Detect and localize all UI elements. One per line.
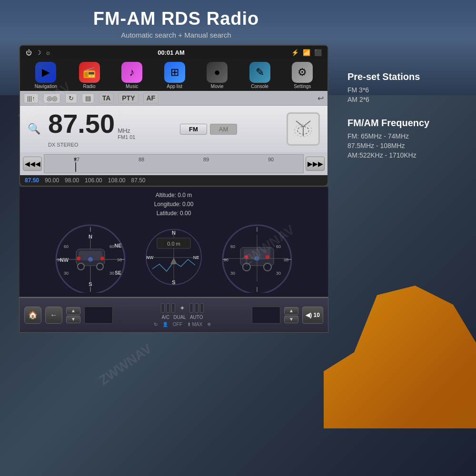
fm-am-buttons: FM AM xyxy=(180,122,237,137)
fan-icon: ✦ xyxy=(179,304,185,312)
usb-icon: ⚡ xyxy=(291,49,299,56)
auto-label: AUTO xyxy=(190,315,203,320)
main-content: FM-AM RDS Radio Automatic search + Manua… xyxy=(0,0,476,476)
power-icon: ⏻ xyxy=(26,49,32,56)
fm-button[interactable]: FM xyxy=(180,124,207,135)
window-icon: ⬛ xyxy=(314,49,322,56)
max-icon: ⬆ MAX xyxy=(187,322,202,327)
temp-control-right: ▲ ▼ xyxy=(284,307,298,323)
app-movie[interactable]: ● Movie xyxy=(207,62,228,89)
gauges-row: N S NW NE SE 60 60 30 30 90 90 xyxy=(48,221,300,293)
applist-icon: ⊞ xyxy=(164,62,185,83)
console-label: Console xyxy=(251,84,268,89)
equalizer-btn[interactable]: |||↑ xyxy=(24,93,39,103)
dx-stereo: DX STEREO xyxy=(48,142,135,148)
svg-text:SE: SE xyxy=(115,270,121,276)
temp-down-right-btn[interactable]: ▼ xyxy=(284,316,298,323)
scale-90: 90 xyxy=(268,157,274,162)
music-label: Music xyxy=(126,84,138,89)
console-icon: ✎ xyxy=(249,62,270,83)
app-console[interactable]: ✎ Console xyxy=(249,62,270,89)
svg-text:30: 30 xyxy=(64,271,69,276)
settings-icon: ⚙ xyxy=(292,62,313,83)
vent-3 xyxy=(171,303,175,313)
app-applist[interactable]: ⊞ App list xyxy=(164,62,185,89)
app-music[interactable]: ♪ Music xyxy=(121,62,142,89)
scale-numbers: 87 88 89 90 xyxy=(44,157,303,162)
page-subtitle: Automatic search + Manual search xyxy=(19,31,333,39)
home-btn[interactable]: 🏠 xyxy=(24,307,41,324)
antenna-icon xyxy=(287,112,320,146)
svg-point-27 xyxy=(77,257,80,260)
climate-bar: 🏠 ← ▲ ▼ ✦ A/C DUAL AUTO xyxy=(19,297,328,333)
scan-btn[interactable]: ◎◎ xyxy=(43,93,60,103)
tune-up-btn[interactable]: ▶▶▶ xyxy=(306,157,325,171)
settings-label: Settings xyxy=(294,84,311,89)
middle-compass: N S NW NE 0.0 m xyxy=(143,221,205,293)
preset-3[interactable]: 98.00 xyxy=(65,177,79,184)
off-label: OFF xyxy=(173,322,182,327)
movie-icon: ● xyxy=(207,62,228,83)
temp-up-right-btn[interactable]: ▲ xyxy=(284,307,298,315)
right-gauge: 60 60 30 30 90 90 xyxy=(214,221,300,293)
tune-down-btn[interactable]: ◀◀◀ xyxy=(23,157,42,171)
app-settings[interactable]: ⚙ Settings xyxy=(292,62,313,89)
af-btn[interactable]: AF xyxy=(143,93,159,103)
vent-6 xyxy=(200,303,204,313)
radio-label: Radio xyxy=(83,84,95,89)
left-gauge: N S NW NE SE 60 60 30 30 90 90 xyxy=(48,221,133,293)
preset-active[interactable]: 87.50 xyxy=(25,177,39,184)
preset-2[interactable]: 90.00 xyxy=(45,177,59,184)
svg-text:60: 60 xyxy=(276,244,281,249)
am-button[interactable]: AM xyxy=(210,124,238,135)
tuner-area: ◀◀◀ 87 88 89 90 ▶▶▶ xyxy=(20,152,327,175)
applist-label: App list xyxy=(167,84,182,89)
status-left: ⏻ ☽ ☼ xyxy=(26,49,51,56)
ac-label: A/C xyxy=(162,315,170,320)
list-btn[interactable]: ▤ xyxy=(82,93,94,103)
defrost-icon: ❄ xyxy=(207,322,211,327)
svg-text:NE: NE xyxy=(114,243,121,248)
person-icon: 👤 xyxy=(162,322,168,327)
status-time: 00:01 AM xyxy=(158,49,185,56)
tuner-scale: 87 88 89 90 xyxy=(44,154,304,173)
back-nav-btn[interactable]: ← xyxy=(45,307,62,324)
gps-info: Altitude: 0.0 m Longitude: 0.00 Latitude… xyxy=(154,191,194,218)
svg-point-53 xyxy=(243,263,250,271)
app-radio[interactable]: 📻 Radio xyxy=(79,62,100,89)
freq-band: FM1 01 xyxy=(118,134,135,140)
svg-text:30: 30 xyxy=(109,271,114,276)
preset-4[interactable]: 106.00 xyxy=(85,177,102,184)
freq-number-group: 87.50 MHz FM1 01 DX STEREO xyxy=(48,110,135,148)
vent-4 xyxy=(189,303,193,313)
volume-btn[interactable]: ◀) 10 xyxy=(302,307,323,324)
svg-point-28 xyxy=(100,257,104,260)
app-navigation[interactable]: ▶ Navigation xyxy=(35,62,57,89)
scale-needle xyxy=(75,162,76,172)
gps-altitude: Altitude: 0.0 m xyxy=(154,191,194,200)
frequency-unit: MHz FM1 01 xyxy=(118,127,135,140)
temp-down-btn[interactable]: ▼ xyxy=(66,316,80,323)
ta-btn[interactable]: TA xyxy=(99,93,114,103)
gps-longitude: Longitude: 0.00 xyxy=(154,200,194,209)
preset-6[interactable]: 87.50 xyxy=(131,177,146,184)
back-btn[interactable]: ↩ xyxy=(317,94,324,103)
svg-point-26 xyxy=(97,263,103,270)
preset-5[interactable]: 108.00 xyxy=(108,177,126,184)
temp-display-left xyxy=(84,307,113,324)
status-bar: ⏻ ☽ ☼ 00:01 AM ⚡ 📶 ⬛ xyxy=(20,46,327,59)
vent-slots: ✦ xyxy=(161,303,204,313)
movie-label: Movie xyxy=(211,84,224,89)
app-bar: ▶ Navigation 📻 Radio ♪ Music ⊞ App list … xyxy=(20,59,327,91)
wifi-icon: 📶 xyxy=(303,49,310,56)
repeat-btn[interactable]: ↻ xyxy=(65,93,77,103)
temp-up-btn[interactable]: ▲ xyxy=(66,307,80,315)
svg-text:0.0 m: 0.0 m xyxy=(167,241,180,247)
music-icon: ♪ xyxy=(121,62,142,83)
device-screen: ⏻ ☽ ☼ 00:01 AM ⚡ 📶 ⬛ ▶ Navigation 📻 Radi… xyxy=(19,45,328,187)
pty-btn[interactable]: PTY xyxy=(119,93,138,103)
vent-5 xyxy=(195,303,198,313)
vent-2 xyxy=(166,303,170,313)
radio-icon: 📻 xyxy=(79,62,100,83)
frequency-display: 🔍 87.50 MHz FM1 01 DX STEREO FM xyxy=(20,106,327,152)
